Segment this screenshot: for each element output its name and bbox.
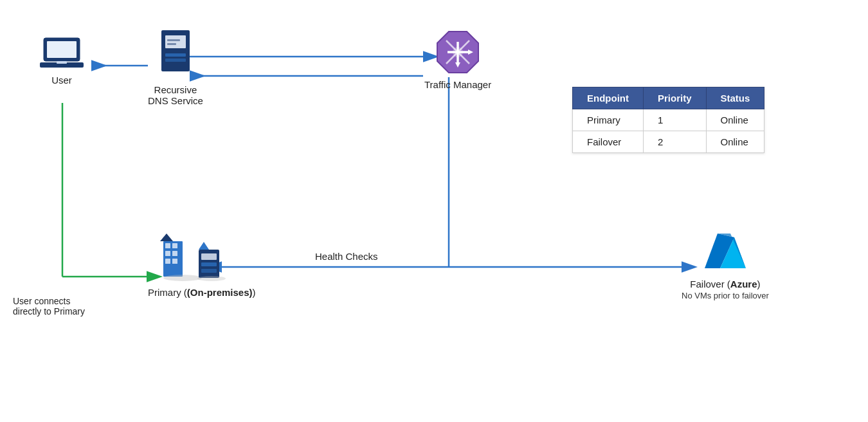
svg-marker-41: [160, 234, 173, 241]
svg-rect-22: [167, 39, 180, 41]
svg-point-31: [453, 47, 463, 57]
col-priority: Priority: [643, 87, 706, 109]
svg-marker-47: [199, 242, 209, 250]
cell-priority: 1: [643, 109, 706, 131]
primary-bold-label: (On-premises): [187, 287, 253, 298]
svg-rect-17: [47, 41, 77, 58]
cell-endpoint: Primary: [573, 109, 644, 131]
table-row: Primary1Online: [573, 109, 764, 131]
user-label: User: [51, 75, 72, 86]
cell-priority: 2: [643, 131, 706, 153]
health-checks-label: Health Checks: [315, 251, 378, 262]
endpoint-table: Endpoint Priority Status Primary1OnlineF…: [572, 87, 764, 153]
user-icon: User: [39, 35, 85, 86]
svg-point-42: [163, 275, 202, 281]
svg-rect-19: [57, 61, 67, 64]
svg-rect-24: [165, 53, 186, 57]
svg-rect-44: [201, 253, 217, 260]
svg-rect-21: [165, 35, 186, 48]
svg-rect-46: [201, 269, 217, 273]
dns-label: RecursiveDNS Service: [148, 84, 203, 106]
primary-site-icon: Primary ((On-premises)): [148, 232, 256, 298]
table-row: Failover2Online: [573, 131, 764, 153]
traffic-manager-icon: Traffic Manager: [424, 29, 491, 90]
svg-point-48: [197, 276, 226, 281]
failover-sub-label: No VMs prior to failover: [682, 291, 769, 300]
svg-rect-40: [172, 259, 177, 264]
traffic-manager-label: Traffic Manager: [424, 79, 491, 90]
diagram-container: User RecursiveDNS Service: [0, 0, 868, 422]
cell-status: Online: [706, 131, 764, 153]
svg-rect-25: [165, 59, 186, 62]
failover-label: Failover (Azure): [690, 279, 760, 289]
svg-rect-23: [167, 43, 176, 45]
svg-rect-45: [201, 262, 217, 266]
svg-rect-36: [172, 243, 177, 248]
cell-endpoint: Failover: [573, 131, 644, 153]
cell-status: Online: [706, 109, 764, 131]
svg-rect-35: [165, 243, 170, 248]
failover-icon: Failover (Azure) No VMs prior to failove…: [682, 228, 769, 300]
svg-rect-38: [172, 251, 177, 256]
primary-label: Primary ((On-premises)): [148, 287, 256, 298]
svg-rect-37: [165, 251, 170, 256]
svg-rect-39: [165, 259, 170, 264]
col-status: Status: [706, 87, 764, 109]
col-endpoint: Endpoint: [573, 87, 644, 109]
dns-icon: RecursiveDNS Service: [148, 29, 203, 106]
user-connects-label: User connectsdirectly to Primary: [13, 296, 85, 316]
failover-bold: Azure: [730, 279, 757, 289]
